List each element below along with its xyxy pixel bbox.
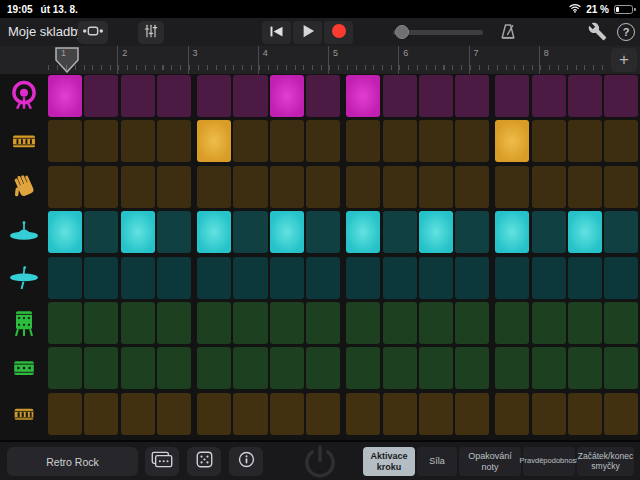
step-cell-low-tom-9[interactable]	[346, 393, 380, 435]
step-cell-tom-4[interactable]	[157, 347, 191, 389]
record-button[interactable]	[324, 21, 353, 44]
low-tom-icon[interactable]	[0, 393, 48, 435]
add-bars-button[interactable]: +	[611, 48, 637, 72]
clap-icon[interactable]	[0, 166, 48, 208]
step-cell-floor-tom-15[interactable]	[568, 302, 602, 344]
step-cell-floor-tom-5[interactable]	[197, 302, 231, 344]
step-cell-kick-4[interactable]	[157, 75, 191, 117]
mode-button-opakovani-noty[interactable]: Opakování noty	[459, 447, 521, 476]
step-cell-kick-12[interactable]	[455, 75, 489, 117]
step-cell-clap-15[interactable]	[568, 166, 602, 208]
step-cell-floor-tom-13[interactable]	[495, 302, 529, 344]
step-cell-clap-12[interactable]	[455, 166, 489, 208]
step-cell-kick-7[interactable]	[270, 75, 304, 117]
step-cell-kick-14[interactable]	[532, 75, 566, 117]
step-cell-hihat-2[interactable]	[84, 211, 118, 253]
step-cell-cymbal-15[interactable]	[568, 257, 602, 299]
settings-wrench-button[interactable]	[588, 22, 607, 45]
step-cell-snare-13[interactable]	[495, 120, 529, 162]
step-cell-hihat-1[interactable]	[48, 211, 82, 253]
randomize-dice-button[interactable]	[187, 447, 221, 476]
step-cell-snare-14[interactable]	[532, 120, 566, 162]
mode-button-sila[interactable]: Síla	[417, 447, 457, 476]
step-cell-floor-tom-4[interactable]	[157, 302, 191, 344]
step-cell-low-tom-14[interactable]	[532, 393, 566, 435]
step-cell-snare-10[interactable]	[383, 120, 417, 162]
kit-browser-button[interactable]	[145, 447, 179, 476]
step-cell-snare-7[interactable]	[270, 120, 304, 162]
step-cell-tom-12[interactable]	[455, 347, 489, 389]
step-cell-low-tom-4[interactable]	[157, 393, 191, 435]
step-cell-floor-tom-1[interactable]	[48, 302, 82, 344]
step-cell-cymbal-16[interactable]	[604, 257, 638, 299]
step-cell-hihat-5[interactable]	[197, 211, 231, 253]
step-cell-floor-tom-8[interactable]	[306, 302, 340, 344]
step-cell-cymbal-13[interactable]	[495, 257, 529, 299]
step-cell-hihat-13[interactable]	[495, 211, 529, 253]
step-cell-hihat-9[interactable]	[346, 211, 380, 253]
step-cell-snare-3[interactable]	[121, 120, 155, 162]
step-cell-snare-6[interactable]	[233, 120, 267, 162]
mode-button-zacatek-konec-smycky[interactable]: Začátek/konec smyčky	[577, 447, 634, 476]
step-cell-kick-3[interactable]	[121, 75, 155, 117]
step-cell-kick-15[interactable]	[568, 75, 602, 117]
pattern-name-button[interactable]: Retro Rock	[7, 447, 138, 476]
playhead[interactable]	[55, 47, 79, 77]
step-cell-tom-7[interactable]	[270, 347, 304, 389]
step-cell-hihat-12[interactable]	[455, 211, 489, 253]
step-cell-snare-5[interactable]	[197, 120, 231, 162]
step-cell-floor-tom-2[interactable]	[84, 302, 118, 344]
step-cell-hihat-6[interactable]	[233, 211, 267, 253]
step-cell-cymbal-14[interactable]	[532, 257, 566, 299]
step-cell-floor-tom-6[interactable]	[233, 302, 267, 344]
step-cell-clap-7[interactable]	[270, 166, 304, 208]
step-cell-clap-14[interactable]	[532, 166, 566, 208]
step-cell-tom-13[interactable]	[495, 347, 529, 389]
step-cell-tom-8[interactable]	[306, 347, 340, 389]
step-cell-low-tom-8[interactable]	[306, 393, 340, 435]
step-cell-cymbal-6[interactable]	[233, 257, 267, 299]
step-cell-cymbal-9[interactable]	[346, 257, 380, 299]
step-cell-snare-2[interactable]	[84, 120, 118, 162]
step-cell-snare-1[interactable]	[48, 120, 82, 162]
step-cell-hihat-15[interactable]	[568, 211, 602, 253]
step-cell-clap-2[interactable]	[84, 166, 118, 208]
mode-button-aktivace-kroku[interactable]: Aktivace kroku	[363, 447, 415, 476]
step-cell-clap-8[interactable]	[306, 166, 340, 208]
volume-slider[interactable]	[393, 30, 483, 35]
step-cell-cymbal-10[interactable]	[383, 257, 417, 299]
step-cell-tom-3[interactable]	[121, 347, 155, 389]
step-cell-floor-tom-14[interactable]	[532, 302, 566, 344]
step-cell-hihat-14[interactable]	[532, 211, 566, 253]
step-cell-low-tom-12[interactable]	[455, 393, 489, 435]
step-cell-snare-16[interactable]	[604, 120, 638, 162]
step-cell-snare-4[interactable]	[157, 120, 191, 162]
step-cell-kick-5[interactable]	[197, 75, 231, 117]
step-cell-snare-15[interactable]	[568, 120, 602, 162]
step-cell-snare-9[interactable]	[346, 120, 380, 162]
step-cell-tom-5[interactable]	[197, 347, 231, 389]
step-cell-hihat-16[interactable]	[604, 211, 638, 253]
step-cell-cymbal-2[interactable]	[84, 257, 118, 299]
cymbal-icon[interactable]	[0, 257, 48, 299]
step-cell-clap-6[interactable]	[233, 166, 267, 208]
step-cell-low-tom-3[interactable]	[121, 393, 155, 435]
step-cell-cymbal-5[interactable]	[197, 257, 231, 299]
step-cell-clap-1[interactable]	[48, 166, 82, 208]
step-cell-kick-16[interactable]	[604, 75, 638, 117]
mixer-button[interactable]	[138, 21, 164, 44]
step-cell-tom-15[interactable]	[568, 347, 602, 389]
step-cell-cymbal-11[interactable]	[419, 257, 453, 299]
step-cell-hihat-3[interactable]	[121, 211, 155, 253]
step-cell-clap-16[interactable]	[604, 166, 638, 208]
step-cell-low-tom-11[interactable]	[419, 393, 453, 435]
rewind-button[interactable]	[262, 21, 291, 44]
step-cell-kick-9[interactable]	[346, 75, 380, 117]
step-cell-hihat-4[interactable]	[157, 211, 191, 253]
tracks-view-button[interactable]	[78, 21, 108, 44]
step-cell-low-tom-16[interactable]	[604, 393, 638, 435]
tom-icon[interactable]	[0, 347, 48, 389]
step-cell-kick-11[interactable]	[419, 75, 453, 117]
step-cell-clap-13[interactable]	[495, 166, 529, 208]
step-cell-low-tom-6[interactable]	[233, 393, 267, 435]
